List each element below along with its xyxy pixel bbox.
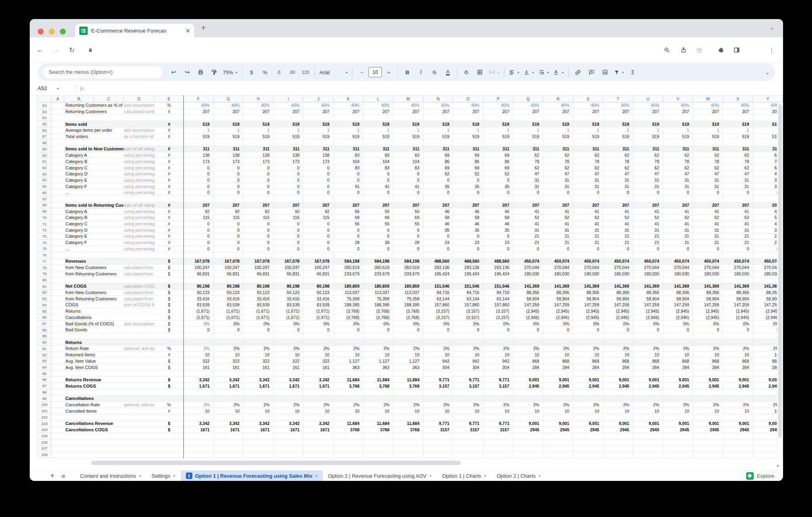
data-cell[interactable]: 0 bbox=[214, 221, 244, 227]
cell-col-a[interactable] bbox=[52, 258, 64, 265]
data-cell[interactable] bbox=[364, 371, 394, 377]
data-cell[interactable]: 80,198 bbox=[274, 283, 304, 290]
data-cell[interactable]: 63,144 bbox=[483, 296, 513, 302]
data-cell[interactable]: 311 bbox=[184, 146, 214, 152]
data-cell[interactable]: 0% bbox=[364, 321, 394, 327]
data-cell[interactable]: 83,539 bbox=[184, 302, 214, 308]
data-cell[interactable]: 55 bbox=[393, 208, 423, 215]
data-cell[interactable]: 270,044 bbox=[693, 265, 723, 271]
data-cell[interactable]: 41 bbox=[723, 208, 753, 215]
data-cell[interactable]: 55 bbox=[333, 221, 364, 227]
data-cell[interactable]: 519 bbox=[364, 121, 394, 127]
data-cell[interactable] bbox=[543, 140, 573, 146]
data-cell[interactable]: 40% bbox=[603, 102, 633, 109]
row-note-cell[interactable] bbox=[124, 383, 155, 389]
row-label-cell[interactable]: Returned Items bbox=[64, 352, 124, 358]
data-cell[interactable]: 41 bbox=[543, 221, 573, 227]
data-cell[interactable]: 0 bbox=[184, 221, 214, 227]
data-cell[interactable]: 50,123 bbox=[243, 290, 274, 296]
data-cell[interactable]: 322 bbox=[243, 358, 274, 364]
data-cell[interactable]: 188,395 bbox=[333, 302, 364, 308]
cell-col-a[interactable] bbox=[52, 102, 64, 109]
row-number[interactable]: 86 bbox=[37, 314, 52, 321]
data-cell[interactable]: 0 bbox=[603, 327, 633, 333]
row-note-cell[interactable]: calculates COGS bbox=[124, 283, 155, 290]
data-cell[interactable]: 41 bbox=[543, 208, 573, 215]
data-cell[interactable]: 31 bbox=[573, 227, 603, 233]
data-cell[interactable]: 157,860 bbox=[423, 302, 454, 308]
data-cell[interactable]: 2,945 bbox=[693, 383, 723, 389]
cell-col-a[interactable] bbox=[52, 190, 64, 196]
data-cell[interactable]: 2945 bbox=[603, 427, 633, 433]
data-cell[interactable]: 0 bbox=[333, 246, 364, 252]
cell-col-a[interactable] bbox=[52, 452, 64, 458]
data-cell[interactable]: 519 bbox=[303, 134, 333, 140]
row-note-cell[interactable]: using percentage bbox=[124, 215, 155, 221]
data-cell[interactable]: 0 bbox=[303, 171, 333, 177]
row-number[interactable]: 84 bbox=[37, 302, 52, 308]
data-cell[interactable]: 450,074 bbox=[543, 258, 573, 265]
data-cell[interactable]: 1 bbox=[723, 127, 753, 134]
data-cell[interactable]: 63,144 bbox=[453, 296, 483, 302]
data-cell[interactable]: 9,771 bbox=[453, 377, 483, 383]
data-cell[interactable]: 233,679 bbox=[333, 271, 364, 277]
data-cell[interactable] bbox=[483, 277, 513, 283]
data-cell[interactable] bbox=[483, 452, 513, 458]
borders-icon[interactable] bbox=[473, 67, 486, 78]
data-cell[interactable]: 0 bbox=[214, 233, 244, 240]
data-cell[interactable]: 9,001 bbox=[663, 421, 693, 427]
data-cell[interactable] bbox=[603, 115, 633, 121]
data-cell[interactable]: 207 bbox=[453, 202, 483, 209]
data-cell[interactable]: 0 bbox=[274, 227, 304, 233]
data-cell[interactable] bbox=[663, 115, 693, 121]
data-cell[interactable] bbox=[513, 439, 544, 446]
data-cell[interactable]: 9,001 bbox=[633, 421, 663, 427]
data-cell[interactable]: 519 bbox=[513, 134, 544, 140]
data-cell[interactable]: 66,831 bbox=[274, 271, 304, 277]
data-cell[interactable] bbox=[573, 446, 603, 452]
data-cell[interactable] bbox=[513, 433, 544, 439]
data-cell[interactable]: (1,671) bbox=[243, 308, 274, 315]
column-header[interactable]: C bbox=[94, 95, 124, 102]
data-cell[interactable]: 0 bbox=[274, 171, 304, 177]
data-cell[interactable]: 46 bbox=[423, 221, 454, 227]
data-cell[interactable] bbox=[184, 452, 214, 458]
data-cell[interactable]: 450,074 bbox=[723, 258, 753, 265]
data-cell[interactable]: 40% bbox=[543, 102, 573, 109]
data-cell[interactable] bbox=[243, 140, 274, 146]
data-cell[interactable] bbox=[333, 115, 364, 121]
data-cell[interactable]: 47 bbox=[603, 171, 633, 177]
row-note-cell[interactable]: calculated from s bbox=[124, 265, 155, 271]
data-cell[interactable]: 83 bbox=[364, 165, 394, 171]
data-cell[interactable]: 311 bbox=[663, 146, 693, 152]
data-cell[interactable]: 0 bbox=[184, 246, 214, 252]
data-cell[interactable]: 62 bbox=[633, 165, 663, 171]
data-cell[interactable]: 1 bbox=[364, 127, 394, 134]
data-cell[interactable]: 50,123 bbox=[184, 290, 214, 296]
data-cell[interactable] bbox=[243, 439, 274, 446]
data-cell[interactable]: 519 bbox=[543, 121, 573, 127]
data-cell[interactable]: 207 bbox=[214, 202, 244, 209]
row-label-cell[interactable]: Category A bbox=[64, 208, 124, 215]
data-cell[interactable] bbox=[214, 252, 244, 258]
row-note-cell[interactable] bbox=[124, 389, 155, 396]
data-cell[interactable] bbox=[693, 252, 723, 258]
row-note-cell[interactable]: add assumptions bbox=[124, 321, 155, 327]
data-cell[interactable] bbox=[214, 396, 244, 402]
data-cell[interactable]: 311 bbox=[453, 146, 483, 152]
data-cell[interactable] bbox=[333, 414, 364, 421]
data-cell[interactable]: 284 bbox=[573, 364, 603, 371]
data-cell[interactable]: 35 bbox=[483, 183, 513, 190]
data-cell[interactable]: 180,859 bbox=[333, 283, 364, 290]
data-cell[interactable]: 0 bbox=[243, 190, 274, 196]
data-cell[interactable]: 1 bbox=[573, 127, 603, 134]
data-cell[interactable] bbox=[214, 196, 244, 202]
data-cell[interactable]: 0 bbox=[364, 171, 394, 177]
data-cell[interactable]: 207 bbox=[513, 202, 544, 209]
cell-col-a[interactable] bbox=[52, 208, 64, 215]
data-cell[interactable]: 0 bbox=[243, 171, 274, 177]
data-cell[interactable]: (2,945) bbox=[663, 314, 693, 321]
data-cell[interactable]: 104 bbox=[393, 158, 423, 165]
data-cell[interactable]: 41 bbox=[723, 221, 753, 227]
data-cell[interactable]: 3,342 bbox=[274, 421, 304, 427]
